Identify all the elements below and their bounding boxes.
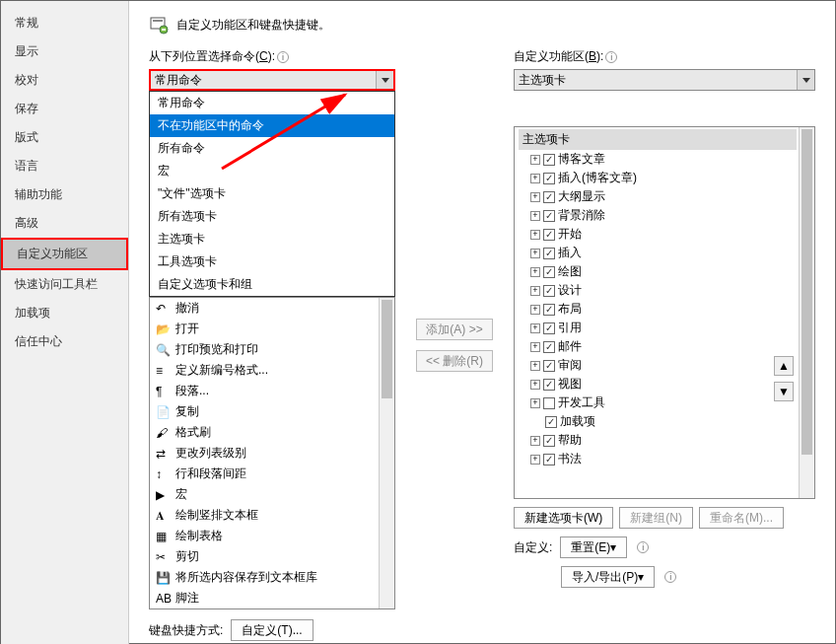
chevron-down-icon[interactable]: [797, 70, 814, 90]
expand-icon[interactable]: +: [530, 286, 540, 296]
tree-item[interactable]: +插入: [519, 244, 797, 262]
tree-item[interactable]: +设计: [519, 281, 797, 300]
checkbox[interactable]: [543, 341, 555, 353]
info-icon[interactable]: i: [277, 51, 289, 63]
command-item[interactable]: ⇄更改列表级别▸: [150, 443, 394, 464]
checkbox[interactable]: [543, 229, 555, 241]
tree-item[interactable]: +布局: [519, 300, 797, 319]
ribbon-tabs-combo[interactable]: 主选项卡: [514, 69, 815, 91]
expand-icon[interactable]: +: [530, 436, 540, 446]
scrollbar-thumb[interactable]: [801, 129, 812, 455]
command-item[interactable]: ↕行和段落间距▸: [150, 464, 394, 484]
dropdown-item[interactable]: "文件"选项卡: [150, 182, 394, 205]
dropdown-item[interactable]: 常用命令: [150, 92, 394, 114]
choose-commands-combo[interactable]: 常用命令: [149, 69, 395, 91]
command-item[interactable]: 🖌格式刷: [150, 422, 394, 443]
move-down-button[interactable]: ▼: [774, 382, 794, 401]
dropdown-item[interactable]: 宏: [150, 160, 394, 182]
checkbox[interactable]: [543, 304, 555, 316]
command-item[interactable]: ▦绘制表格: [150, 526, 394, 546]
tree-item[interactable]: +视图: [519, 375, 797, 394]
chevron-down-icon[interactable]: [376, 71, 393, 89]
tree-root[interactable]: 主选项卡: [519, 129, 797, 150]
tree-item[interactable]: +开始: [519, 225, 797, 244]
tree-item[interactable]: +博客文章: [519, 150, 797, 169]
command-item[interactable]: ↶撤消▸: [150, 298, 394, 319]
checkbox[interactable]: [543, 379, 555, 391]
command-item[interactable]: ▶宏▸: [150, 484, 394, 505]
command-list[interactable]: ↶撤消▸📂打开🔍打印预览和打印≡定义新编号格式...¶段落...▸📄复制🖌格式刷…: [149, 297, 395, 609]
expand-icon[interactable]: +: [530, 323, 540, 333]
expand-icon[interactable]: +: [530, 267, 540, 277]
dropdown-item[interactable]: 自定义选项卡和组: [150, 273, 394, 296]
checkbox[interactable]: [543, 191, 555, 203]
expand-icon[interactable]: +: [530, 398, 540, 408]
checkbox[interactable]: [543, 360, 555, 372]
expand-icon[interactable]: +: [530, 174, 540, 183]
scrollbar[interactable]: [379, 298, 394, 608]
checkbox[interactable]: [543, 210, 555, 222]
new-tab-button[interactable]: 新建选项卡(W): [514, 507, 613, 529]
tree-item[interactable]: +审阅: [519, 356, 797, 375]
expand-icon[interactable]: +: [530, 305, 540, 315]
command-item[interactable]: ≡定义新编号格式...: [150, 360, 394, 381]
expand-icon[interactable]: +: [530, 342, 540, 352]
command-item[interactable]: ✂剪切: [150, 546, 394, 567]
checkbox[interactable]: [543, 173, 555, 184]
tree-item[interactable]: +插入(博客文章): [519, 169, 797, 187]
expand-icon[interactable]: +: [530, 211, 540, 221]
tree-item[interactable]: +大纲显示: [519, 187, 797, 206]
dropdown-item[interactable]: 所有命令: [150, 137, 394, 160]
import-export-button[interactable]: 导入/导出(P) ▾: [561, 566, 655, 588]
expand-icon[interactable]: +: [530, 192, 540, 202]
tree-item[interactable]: +开发工具: [519, 394, 797, 412]
tree-item[interactable]: +绘图: [519, 262, 797, 281]
tree-item[interactable]: 加载项: [519, 412, 797, 431]
checkbox[interactable]: [543, 454, 555, 465]
keyboard-customize-button[interactable]: 自定义(T)...: [231, 619, 313, 641]
dropdown-item[interactable]: 工具选项卡: [150, 250, 394, 273]
dropdown-item[interactable]: 主选项卡: [150, 228, 394, 250]
tree-item[interactable]: +背景消除: [519, 206, 797, 225]
command-item[interactable]: 𝐀绘制竖排文本框: [150, 505, 394, 526]
sidebar-item[interactable]: 自定义功能区: [1, 238, 128, 270]
expand-icon[interactable]: +: [530, 380, 540, 390]
reset-button[interactable]: 重置(E) ▾: [560, 537, 627, 558]
sidebar-item[interactable]: 版式: [1, 123, 128, 152]
sidebar-item[interactable]: 快速访问工具栏: [1, 270, 128, 299]
sidebar-item[interactable]: 保存: [1, 95, 128, 123]
move-up-button[interactable]: ▲: [774, 356, 794, 376]
command-item[interactable]: 💾将所选内容保存到文本框库: [150, 567, 394, 588]
choose-commands-dropdown[interactable]: 常用命令不在功能区中的命令所有命令宏"文件"选项卡所有选项卡主选项卡工具选项卡自…: [149, 91, 395, 297]
checkbox[interactable]: [543, 285, 555, 297]
sidebar-item[interactable]: 高级: [1, 209, 128, 238]
expand-icon[interactable]: +: [530, 361, 540, 371]
tree-item[interactable]: +书法: [519, 450, 797, 468]
scrollbar[interactable]: [799, 127, 814, 498]
checkbox[interactable]: [543, 397, 555, 409]
checkbox[interactable]: [545, 416, 557, 428]
scrollbar-thumb[interactable]: [382, 300, 392, 398]
sidebar-item[interactable]: 语言: [1, 152, 128, 180]
sidebar-item[interactable]: 加载项: [1, 299, 128, 327]
info-icon[interactable]: i: [605, 51, 617, 63]
checkbox[interactable]: [543, 266, 555, 278]
expand-icon[interactable]: +: [530, 230, 540, 240]
command-item[interactable]: 📂打开: [150, 319, 394, 339]
expand-icon[interactable]: +: [530, 455, 540, 465]
dropdown-item[interactable]: 所有选项卡: [150, 205, 394, 228]
command-item[interactable]: AB脚注: [150, 588, 394, 608]
checkbox[interactable]: [543, 435, 555, 447]
dropdown-item[interactable]: 不在功能区中的命令: [150, 114, 394, 137]
sidebar-item[interactable]: 校对: [1, 66, 128, 95]
info-icon[interactable]: i: [664, 571, 676, 583]
ribbon-tree[interactable]: 主选项卡+博客文章+插入(博客文章)+大纲显示+背景消除+开始+插入+绘图+设计…: [514, 126, 815, 499]
expand-icon[interactable]: +: [530, 249, 540, 258]
sidebar-item[interactable]: 辅助功能: [1, 180, 128, 209]
sidebar-item[interactable]: 信任中心: [1, 327, 128, 356]
command-item[interactable]: 🔍打印预览和打印: [150, 339, 394, 360]
command-item[interactable]: ¶段落...▸: [150, 381, 394, 401]
expand-icon[interactable]: +: [530, 155, 540, 165]
tree-item[interactable]: +帮助: [519, 431, 797, 450]
sidebar-item[interactable]: 常规: [1, 9, 128, 37]
